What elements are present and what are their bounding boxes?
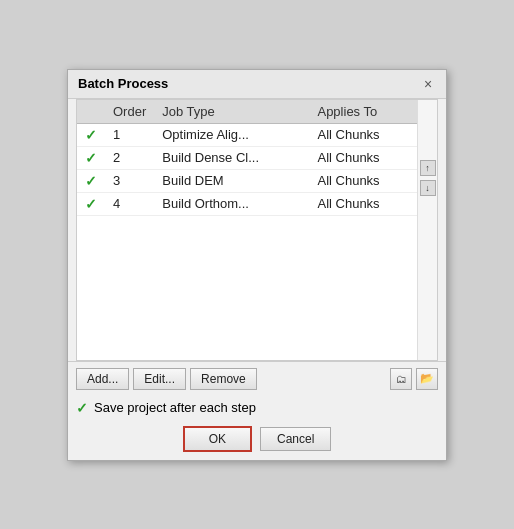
- remove-button[interactable]: Remove: [190, 368, 257, 390]
- dialog-title: Batch Process: [78, 76, 168, 91]
- row-check-3: ✓: [77, 169, 105, 192]
- row-order-4: 4: [105, 192, 154, 215]
- header-check: [77, 100, 105, 124]
- batch-process-dialog: Batch Process × Order Job Type Applies T…: [67, 69, 447, 461]
- table-header-row: Order Job Type Applies To: [77, 100, 417, 124]
- row-order-1: 1: [105, 123, 154, 146]
- bottom-buttons-bar: Add... Edit... Remove 🗂 📂: [68, 361, 446, 396]
- row-job-type-3: Build DEM: [154, 169, 309, 192]
- title-bar: Batch Process ×: [68, 70, 446, 99]
- header-applies-to: Applies To: [309, 100, 417, 124]
- move-up-button[interactable]: ↑: [420, 160, 436, 176]
- row-job-type-2: Build Dense Cl...: [154, 146, 309, 169]
- close-button[interactable]: ×: [420, 76, 436, 92]
- header-order: Order: [105, 100, 154, 124]
- ok-button[interactable]: OK: [183, 426, 252, 452]
- main-content: Order Job Type Applies To ✓1Optimize Ali…: [76, 99, 438, 361]
- folder-icon[interactable]: 🗂: [390, 368, 412, 390]
- table-wrapper: Order Job Type Applies To ✓1Optimize Ali…: [77, 100, 417, 360]
- open-icon[interactable]: 📂: [416, 368, 438, 390]
- table-row[interactable]: ✓1Optimize Alig...All Chunks: [77, 123, 417, 146]
- row-applies-to-4: All Chunks: [309, 192, 417, 215]
- table-row[interactable]: ✓2Build Dense Cl...All Chunks: [77, 146, 417, 169]
- row-order-2: 2: [105, 146, 154, 169]
- jobs-table: Order Job Type Applies To ✓1Optimize Ali…: [77, 100, 417, 216]
- row-check-2: ✓: [77, 146, 105, 169]
- row-applies-to-2: All Chunks: [309, 146, 417, 169]
- table-row[interactable]: ✓4Build Orthom...All Chunks: [77, 192, 417, 215]
- table-body: ✓1Optimize Alig...All Chunks✓2Build Dens…: [77, 123, 417, 215]
- header-job-type: Job Type: [154, 100, 309, 124]
- move-down-button[interactable]: ↓: [420, 180, 436, 196]
- row-check-4: ✓: [77, 192, 105, 215]
- row-job-type-1: Optimize Alig...: [154, 123, 309, 146]
- add-button[interactable]: Add...: [76, 368, 129, 390]
- cancel-button[interactable]: Cancel: [260, 427, 331, 451]
- row-job-type-4: Build Orthom...: [154, 192, 309, 215]
- save-checkmark: ✓: [76, 400, 88, 416]
- row-check-1: ✓: [77, 123, 105, 146]
- save-label: Save project after each step: [94, 400, 256, 415]
- ok-cancel-row: OK Cancel: [68, 420, 446, 460]
- table-row[interactable]: ✓3Build DEMAll Chunks: [77, 169, 417, 192]
- side-controls: ↑ ↓: [417, 100, 437, 360]
- row-order-3: 3: [105, 169, 154, 192]
- row-applies-to-3: All Chunks: [309, 169, 417, 192]
- save-row: ✓ Save project after each step: [68, 396, 446, 420]
- edit-button[interactable]: Edit...: [133, 368, 186, 390]
- row-applies-to-1: All Chunks: [309, 123, 417, 146]
